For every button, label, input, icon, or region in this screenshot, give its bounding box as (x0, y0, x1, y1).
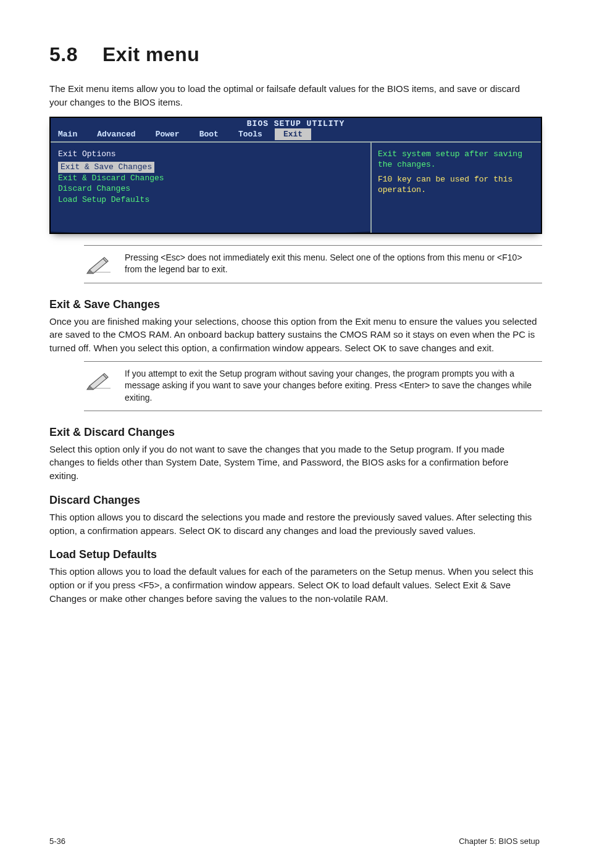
tab-boot[interactable]: Boot (192, 128, 231, 140)
page-title: 5.8Exit menu (49, 43, 540, 66)
tab-exit[interactable]: Exit (275, 128, 311, 140)
menu-item-exit-discard[interactable]: Exit & Discard Changes (58, 173, 363, 184)
body-discard: This option allows you to discard the se… (49, 511, 540, 538)
title-number: 5.8 (49, 43, 78, 65)
help-text-2: F10 key can be used for this operation. (378, 174, 535, 196)
note-enter: If you attempt to exit the Setup program… (84, 361, 542, 411)
note-enter-text: If you attempt to exit the Setup program… (125, 368, 541, 404)
decorative-curve (51, 221, 370, 233)
note-esc: Pressing <Esc> does not immediately exit… (84, 245, 542, 283)
body-exit-discard: Select this option only if you do not wa… (49, 443, 540, 483)
heading-exit-discard: Exit & Discard Changes (49, 426, 540, 439)
help-text-1: Exit system setup after saving the chang… (378, 149, 535, 170)
bios-left-heading: Exit Options (58, 149, 363, 160)
tab-main[interactable]: Main (51, 128, 90, 140)
bios-window-title: BIOS SETUP UTILITY (51, 118, 541, 128)
title-text: Exit menu (102, 43, 199, 65)
bios-help-panel: Exit system setup after saving the chang… (372, 143, 541, 233)
tab-advanced[interactable]: Advanced (90, 128, 148, 140)
intro-paragraph: The Exit menu items allow you to load th… (49, 82, 540, 109)
bios-window: BIOS SETUP UTILITY Main Advanced Power B… (49, 117, 542, 234)
page-footer: 5-36 Chapter 5: BIOS setup (49, 837, 540, 846)
pencil-icon (85, 252, 114, 277)
menu-item-exit-save[interactable]: Exit & Save Changes (58, 162, 154, 173)
bios-body: Exit Options Exit & Save Changes Exit & … (51, 143, 541, 233)
pencil-icon (85, 368, 114, 393)
heading-discard: Discard Changes (49, 494, 540, 507)
menu-item-discard[interactable]: Discard Changes (58, 183, 363, 194)
footer-page-number: 5-36 (49, 837, 65, 846)
body-load-defaults: This option allows you to load the defau… (49, 565, 540, 605)
bios-tabs: Main Advanced Power Boot Tools Exit (51, 128, 541, 143)
tab-tools[interactable]: Tools (231, 128, 275, 140)
page: 5.8Exit menu The Exit menu items allow y… (0, 0, 589, 868)
footer-chapter: Chapter 5: BIOS setup (459, 837, 540, 846)
note-esc-text: Pressing <Esc> does not immediately exit… (125, 252, 541, 276)
bios-left-panel: Exit Options Exit & Save Changes Exit & … (51, 143, 372, 233)
body-exit-save: Once you are finished making your select… (49, 315, 540, 355)
heading-exit-save: Exit & Save Changes (49, 298, 540, 311)
tab-power[interactable]: Power (148, 128, 192, 140)
menu-item-load-defaults[interactable]: Load Setup Defaults (58, 194, 363, 206)
heading-load-defaults: Load Setup Defaults (49, 548, 540, 561)
